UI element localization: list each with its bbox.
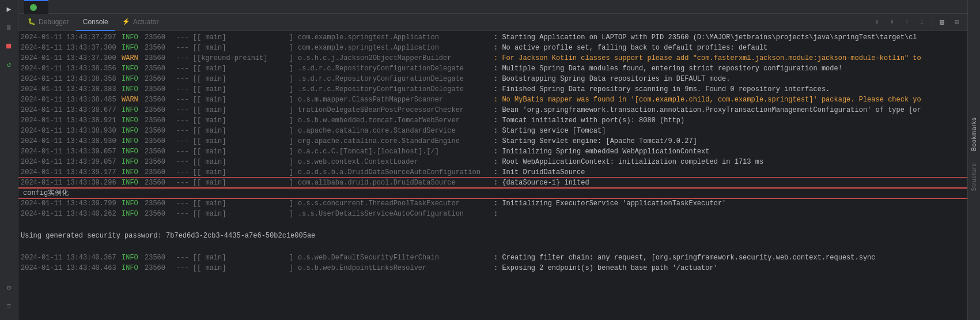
log-pid: 23560 (145, 136, 176, 146)
log-line: 2024-01-11 13:43:39.296 INFO 23560 --- [… (18, 178, 967, 188)
log-line: 2024-01-11 13:43:37.300 INFO 23560 --- [… (18, 43, 967, 53)
log-message: : Initializing Spring embedded WebApplic… (494, 146, 965, 157)
log-sep2: ] (289, 63, 298, 74)
log-sep2: ] (289, 157, 298, 167)
sub-toolbar: 🐛 Debugger Console ⚡ Actuator ⬆ ⬇ ↑ ↓ ▤ … (18, 14, 967, 31)
down-btn[interactable]: ↓ (915, 16, 929, 29)
settings-icon[interactable]: ⚙ (1, 280, 17, 296)
log-sep: --- [ (176, 146, 197, 157)
bookmarks-label[interactable]: Bookmarks (971, 117, 977, 151)
log-pid: 23560 (145, 84, 176, 95)
extra-line-text: config实例化 (23, 188, 69, 198)
restart-icon[interactable]: ↺ (1, 57, 17, 73)
log-sep2: ] (289, 178, 298, 188)
log-thread: [ main] (197, 105, 289, 115)
log-message: : Initializing ExecutorService 'applicat… (494, 198, 965, 209)
log-class: o.s.web.context.ContextLoader (298, 157, 494, 167)
log-message: : Starting service [Tomcat] (494, 126, 965, 136)
log-sep2: ] (289, 105, 298, 115)
log-pid: 23560 (145, 209, 176, 219)
log-class: com.example.springtest.Application (298, 43, 494, 53)
log-line: 2024-01-11 13:43:38.485 WARN 23560 --- [… (18, 95, 967, 105)
log-level: INFO (122, 105, 145, 115)
log-thread: [ main] (197, 32, 289, 43)
log-line: 2024-01-11 13:43:39.057 INFO 23560 --- [… (18, 146, 967, 157)
log-message: : Init DruidDataSource (494, 167, 965, 178)
log-thread: [ main] (197, 167, 289, 178)
log-timestamp: 2024-01-11 13:43:37.300 (21, 43, 122, 53)
log-extra-line: config实例化 (18, 188, 967, 198)
log-level: INFO (122, 115, 145, 126)
print-btn[interactable]: ▤ (935, 16, 949, 29)
log-sep2: ] (289, 126, 298, 136)
log-sep: --- [ (176, 105, 197, 115)
log-level: WARN (122, 95, 145, 105)
log-level: INFO (122, 63, 145, 74)
structure-label[interactable]: Structure (971, 163, 977, 191)
split-btn[interactable]: ⊞ (950, 16, 964, 29)
log-class: o.s.s.concurrent.ThreadPoolTaskExecutor (298, 198, 494, 209)
log-message: : For Jackson Kotlin classes support ple… (494, 53, 965, 63)
log-line: 2024-01-11 13:43:40.367 INFO 23560 --- [… (18, 253, 967, 263)
log-timestamp: 2024-01-11 13:43:37.300 (21, 53, 122, 63)
log-sep2: ] (289, 115, 298, 126)
log-timestamp: 2024-01-11 13:43:38.930 (21, 126, 122, 136)
log-empty2 (18, 242, 967, 253)
stop-icon[interactable]: ⏹ (1, 38, 17, 54)
log-timestamp: 2024-01-11 13:43:38.677 (21, 105, 122, 115)
log-class: o.s.h.c.j.Jackson2ObjectMapperBuilder (298, 53, 494, 63)
up-btn[interactable]: ↑ (900, 16, 914, 29)
security-password-text: Using generated security password: 7b7ed… (21, 231, 315, 241)
log-area[interactable]: 2024-01-11 13:43:37.297 INFO 23560 --- [… (18, 31, 967, 320)
log-timestamp: 2024-01-11 13:43:38.383 (21, 84, 122, 95)
log-sep2: ] (289, 136, 298, 146)
log-timestamp: 2024-01-11 13:43:38.485 (21, 95, 122, 105)
debugger-icon: 🐛 (28, 18, 36, 25)
app-container: ▶ ⏸ ⏹ ↺ ⚙ ≡ 🐛 Debugger Console (0, 0, 980, 320)
tab-bar (18, 0, 967, 14)
log-timestamp: 2024-01-11 13:43:40.367 (21, 253, 122, 263)
log-level: INFO (122, 209, 145, 219)
log-sep: --- [ (176, 209, 197, 219)
log-line: 2024-01-11 13:43:39.177 INFO 23560 --- [… (18, 167, 967, 178)
log-timestamp: 2024-01-11 13:43:38.358 (21, 74, 122, 84)
log-sep: --- [ (176, 126, 197, 136)
log-line: 2024-01-11 13:43:38.356 INFO 23560 --- [… (18, 63, 967, 74)
actuator-label: Actuator (133, 18, 159, 26)
resume-icon[interactable]: ▶ (1, 1, 17, 17)
log-thread: [ main] (197, 115, 289, 126)
console-tab[interactable]: Console (76, 14, 115, 31)
log-sep: --- [ (176, 198, 197, 209)
log-level: INFO (122, 43, 145, 53)
log-empty (18, 219, 967, 229)
log-class: o.apache.catalina.core.StandardService (298, 126, 494, 136)
log-timestamp: 2024-01-11 13:43:39.057 (21, 146, 122, 157)
log-timestamp: 2024-01-11 13:43:37.297 (21, 32, 122, 43)
log-timestamp: 2024-01-11 13:43:39.057 (21, 157, 122, 167)
log-level: INFO (122, 198, 145, 209)
log-sep2: ] (289, 263, 298, 273)
log-thread: [ main] (197, 95, 289, 105)
log-sep: --- [ (176, 32, 197, 43)
log-class: o.s.b.w.embedded.tomcat.TomcatWebServer (298, 115, 494, 126)
log-line: 2024-01-11 13:43:37.300 WARN 23560 --- [… (18, 53, 967, 63)
log-thread: [ main] (197, 198, 289, 209)
log-thread: [ main] (197, 178, 289, 188)
log-pid: 23560 (145, 263, 176, 273)
clear-btn[interactable]: ⬆ (870, 16, 884, 29)
log-message: : Starting Application on LAPTOP with PI… (494, 32, 965, 43)
debugger-tab[interactable]: 🐛 Debugger (21, 14, 76, 31)
log-line: 2024-01-11 13:43:39.799 INFO 23560 --- [… (18, 198, 967, 209)
filter-icon[interactable]: ≡ (1, 298, 17, 314)
log-sep: --- [ (176, 157, 197, 167)
application-tab[interactable] (24, 0, 48, 14)
actuator-tab[interactable]: ⚡ Actuator (115, 14, 166, 31)
log-line: 2024-01-11 13:43:37.297 INFO 23560 --- [… (18, 32, 967, 43)
log-thread: [ main] (197, 74, 289, 84)
scroll-down-btn[interactable]: ⬇ (885, 16, 899, 29)
log-class: .s.d.r.c.RepositoryConfigurationDelegate (298, 84, 494, 95)
log-sep2: ] (289, 95, 298, 105)
log-timestamp: 2024-01-11 13:43:39.296 (21, 178, 122, 188)
pause-icon[interactable]: ⏸ (1, 20, 17, 36)
log-message: : Bootstrapping Spring Data repositories… (494, 74, 965, 84)
